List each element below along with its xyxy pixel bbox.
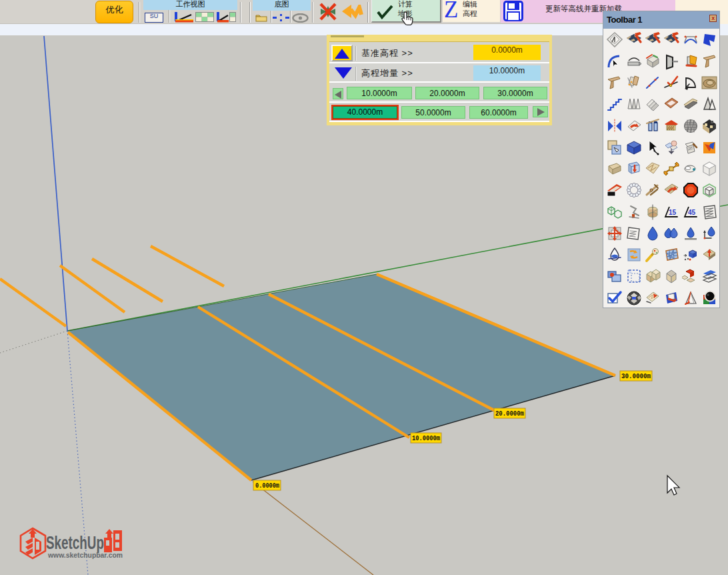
svg-text:15: 15	[669, 209, 677, 216]
svg-text:www.sketchupbar.com: www.sketchupbar.com	[47, 551, 123, 559]
svg-text:30.0000m: 30.0000m	[621, 373, 651, 380]
svg-text:45: 45	[688, 209, 696, 216]
svg-text:0.0000m: 0.0000m	[255, 482, 279, 490]
svg-text:SketchUp: SketchUp	[46, 533, 104, 553]
svg-text:10.0000m: 10.0000m	[412, 435, 440, 442]
svg-text:20.0000m: 20.0000m	[495, 410, 524, 418]
